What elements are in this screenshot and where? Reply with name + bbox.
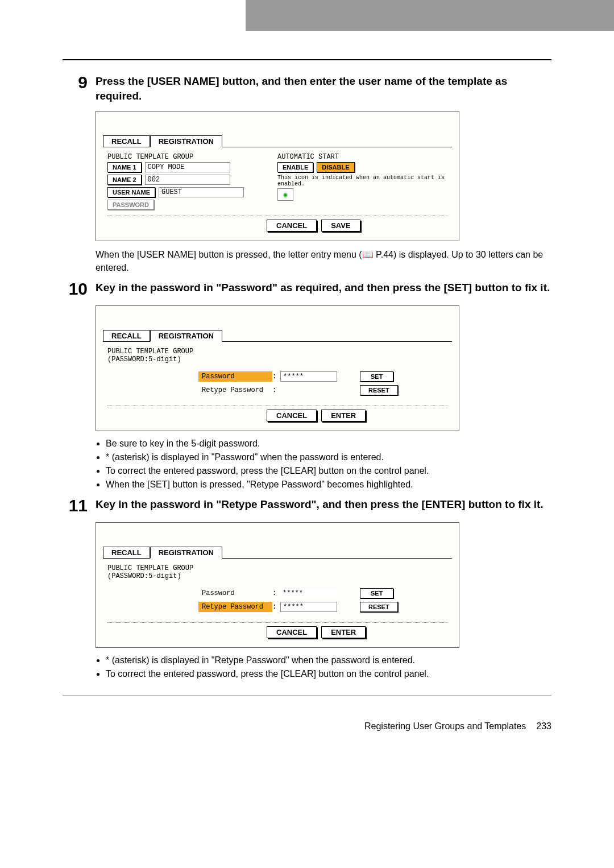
bullet: To correct the entered password, press t… [106,667,551,681]
step-10: 10 Key in the password in "Password" as … [63,280,551,297]
cancel-button-10[interactable]: CANCEL [267,410,317,421]
autostart-note: This icon is indicated when an automatic… [277,175,447,187]
tabs-row-10: RECALL REGISTRATION [103,330,452,342]
name1-button[interactable]: NAME 1 [107,162,142,172]
step-11-number: 11 [63,497,96,514]
group-label-10: PUBLIC TEMPLATE GROUP [107,348,447,356]
colon2: : [272,386,280,394]
disable-button[interactable]: DISABLE [317,162,354,172]
password-label-10: Password [198,371,272,382]
retype-field-10[interactable] [280,390,337,391]
bottom-rule [63,696,551,696]
tab-registration[interactable]: REGISTRATION [150,135,222,147]
pw-sub-10: (PASSWORD:5-digit) [107,356,447,363]
panel-screenshot-11: RECALL REGISTRATION PUBLIC TEMPLATE GROU… [96,522,459,648]
bullet: To correct the entered password, press t… [106,464,551,478]
page-content: 9 Press the [USER NAME] button, and then… [0,31,614,721]
retype-label-10: Retype Password [198,385,272,395]
name2-field[interactable]: 002 [145,175,230,185]
reset-button-10[interactable]: RESET [360,385,398,395]
group-label: PUBLIC TEMPLATE GROUP [107,153,277,161]
step-10-number: 10 [63,280,96,297]
page-footer: Registering User Groups and Templates 23… [0,721,614,749]
tab-registration-11[interactable]: REGISTRATION [150,547,222,559]
panel-screenshot-10: RECALL REGISTRATION PUBLIC TEMPLATE GROU… [96,305,459,431]
password-field-10[interactable]: ***** [280,371,337,382]
step-9-text: Press the [USER NAME] button, and then e… [96,74,551,103]
step-10-text: Key in the password in "Password" as req… [96,280,550,297]
tabs-row-11: RECALL REGISTRATION [103,547,452,559]
name2-button[interactable]: NAME 2 [107,175,142,185]
top-rule [63,59,551,60]
footer-title: Registering User Groups and Templates [364,721,526,731]
save-button[interactable]: SAVE [321,220,360,232]
enter-button-11[interactable]: ENTER [321,626,366,638]
colon4: : [272,603,280,611]
retype-label-11: Retype Password [198,602,272,612]
bullet: * (asterisk) is displayed in "Password" … [106,450,551,464]
password-label-11: Password [198,588,272,598]
cancel-button[interactable]: CANCEL [267,220,317,232]
panel-screenshot-9: RECALL REGISTRATION PUBLIC TEMPLATE GROU… [96,111,459,241]
bullet: When the [SET] button is pressed, "Retyp… [106,478,551,491]
username-button[interactable]: USER NAME [107,187,155,197]
reset-button-11[interactable]: RESET [360,602,398,612]
bullet: * (asterisk) is displayed in "Retype Pas… [106,654,551,667]
bullet: Be sure to key in the 5-digit password. [106,437,551,450]
set-button-11[interactable]: SET [360,588,393,598]
name1-field[interactable]: COPY MODE [145,162,230,172]
password-field-11[interactable]: ***** [280,589,337,598]
set-button-10[interactable]: SET [360,371,393,382]
enable-button[interactable]: ENABLE [277,162,313,172]
tab-registration-10[interactable]: REGISTRATION [150,330,222,342]
tabs-row: RECALL REGISTRATION [103,135,452,147]
cancel-button-11[interactable]: CANCEL [267,626,317,638]
retype-field-11[interactable]: ***** [280,602,337,612]
colon: : [272,373,280,381]
header-bar [0,0,614,31]
enter-button-10[interactable]: ENTER [321,410,366,421]
step-11-text: Key in the password in "Retype Password"… [96,497,544,514]
step-11: 11 Key in the password in "Retype Passwo… [63,497,551,514]
step-10-bullets: Be sure to key in the 5-digit password. … [96,437,551,491]
footer-page: 233 [536,721,551,731]
autostart-icon: ◉ [277,188,293,201]
play-icon: ◉ [283,191,287,199]
step-9-number: 9 [63,74,96,103]
group-label-11: PUBLIC TEMPLATE GROUP [107,564,447,572]
colon3: : [272,589,280,597]
password-button[interactable]: PASSWORD [107,200,154,210]
tab-recall[interactable]: RECALL [103,135,150,147]
step-11-bullets: * (asterisk) is displayed in "Retype Pas… [96,654,551,681]
username-field[interactable]: GUEST [159,187,244,197]
tab-recall-11[interactable]: RECALL [103,547,150,559]
step-9: 9 Press the [USER NAME] button, and then… [63,74,551,103]
autostart-label: AUTOMATIC START [277,153,447,161]
step-9-note: When the [USER NAME] button is pressed, … [96,248,551,274]
pw-sub-11: (PASSWORD:5-digit) [107,572,447,580]
tab-recall-10[interactable]: RECALL [103,330,150,342]
